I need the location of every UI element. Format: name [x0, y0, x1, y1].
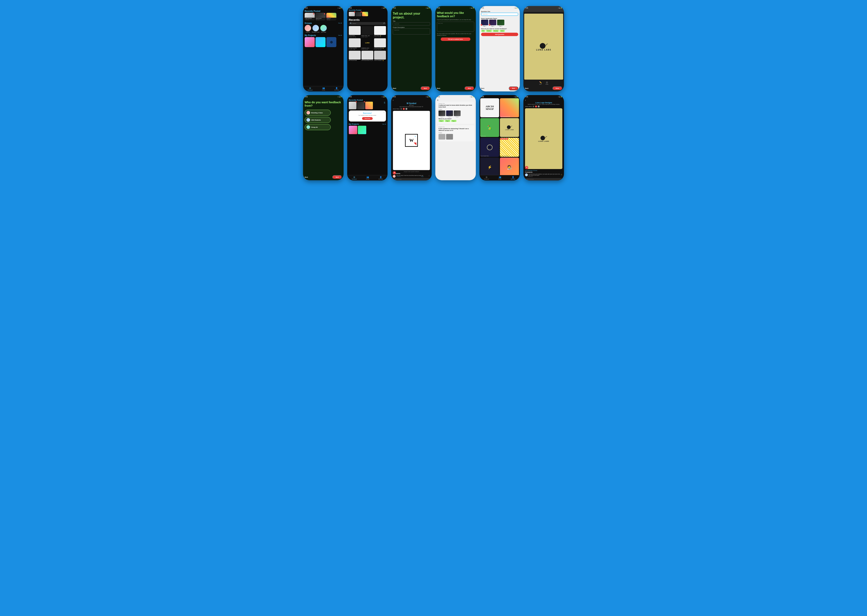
- portfolio-overprint[interactable]: Type Overprinting Exercise: [500, 98, 519, 117]
- portfolio-sticker[interactable]: ⚡: [480, 158, 499, 175]
- file-process[interactable]: 245 Process Book 🔒 11/10/23 • 444.3 MB: [374, 38, 386, 50]
- custom-form-button[interactable]: Fill out a custom form.: [441, 38, 471, 41]
- see-all-groups[interactable]: See all: [338, 22, 342, 24]
- nav-dashboard[interactable]: ⊞ Dashboard: [308, 87, 312, 91]
- group-option-branding[interactable]: Branding 2 Class: [305, 110, 331, 116]
- search-bar[interactable]: 🔍 Search 🎤: [349, 22, 386, 25]
- chip-poll[interactable]: Poll: [481, 30, 485, 32]
- project-thumb-1[interactable]: [349, 126, 357, 134]
- back-button[interactable]: Back: [525, 88, 528, 89]
- reply-button[interactable]: Reply: [421, 176, 423, 177]
- page-thumb-3[interactable]: Page 3: [497, 20, 504, 27]
- group-item-4a[interactable]: Group 4A: [305, 25, 311, 33]
- file-hawkins[interactable]: Kathryn Haw...port 12/8/23 • 340 KB: [361, 26, 373, 38]
- back-chevron-icon[interactable]: ‹: [393, 99, 393, 101]
- close-button[interactable]: ✕: [437, 99, 474, 101]
- mini-thumb-2[interactable]: 2: [357, 102, 365, 109]
- chip-drawing[interactable]: Drawing: [493, 30, 499, 32]
- project-thumb-2[interactable]: [315, 37, 326, 47]
- back-button[interactable]: Back: [437, 88, 440, 89]
- nav-groups[interactable]: 👥 Groups: [322, 87, 325, 91]
- project-thumb-1[interactable]: [305, 37, 315, 47]
- see-all-link[interactable]: See all: [382, 124, 386, 125]
- back-button[interactable]: Back: [305, 176, 308, 178]
- version-2[interactable]: 2: [403, 108, 405, 110]
- nav-profile[interactable]: 👤 My Profile: [334, 87, 339, 91]
- card-logo[interactable]: Logo Redesign Leo Browne 1: [305, 13, 315, 20]
- card-poster[interactable]: Poster S Alex Gray: [326, 13, 336, 20]
- next-button[interactable]: Next: [465, 86, 474, 90]
- page-chip-3[interactable]: Page 3: [451, 120, 457, 122]
- portfolio-construction[interactable]: CONSTRUCTION Photography Slideshow: [500, 138, 519, 157]
- design2-1[interactable]: [438, 134, 445, 140]
- design-page-2[interactable]: Page 2: [446, 110, 453, 118]
- feedback-input[interactable]: Input text: [437, 22, 474, 32]
- group-option-4a[interactable]: Group 4A: [305, 124, 331, 130]
- version-1[interactable]: 1: [533, 105, 534, 107]
- file-cover[interactable]: Cover Concepts 3 🔒: [374, 51, 386, 61]
- group-option-students[interactable]: 2024 Students: [305, 117, 331, 123]
- nav-profile[interactable]: 👤 My Profile: [511, 176, 515, 180]
- question-input[interactable]: Input text: [481, 13, 519, 16]
- file-ux[interactable]: UX Site Final PDF 11/17/23 • 1.9 MB: [349, 38, 361, 50]
- nav-groups[interactable]: 👥 Groups: [498, 176, 501, 180]
- portfolio-person[interactable]: 🧑‍🎨: [500, 158, 519, 175]
- description-input[interactable]: Input text: [393, 28, 430, 35]
- version-3[interactable]: 3: [538, 105, 540, 107]
- file-process3[interactable]: 243 Process Book V2_26: [361, 51, 373, 61]
- version-3[interactable]: 3: [405, 108, 407, 110]
- page-chip-1[interactable]: Page 1: [438, 120, 444, 122]
- view-post-button[interactable]: View Post: [362, 117, 372, 120]
- file-book[interactable]: Book Report 🔒 11/25/23 • 115 KB: [374, 26, 386, 38]
- canvas-area[interactable]: ⬤◜ LUNA LABS: [524, 14, 563, 80]
- add-question-button[interactable]: Add Question: [481, 33, 519, 36]
- flag-button[interactable]: ⚑: [393, 171, 396, 174]
- draw-tool[interactable]: ✏️ Draw: [539, 81, 542, 85]
- nav-groups[interactable]: 👥 Groups: [366, 176, 369, 180]
- flag-button[interactable]: ⚑: [525, 166, 528, 169]
- nav-dashboard[interactable]: ⊞ Dashboard: [484, 176, 489, 180]
- back-icon[interactable]: ‹: [525, 99, 526, 101]
- view-responses-link[interactable]: View Responses To Survey: [525, 170, 562, 171]
- chip-textbox[interactable]: Textbox: [486, 30, 492, 32]
- portfolio-bird[interactable]: 🦜 Bird Illustration: [480, 118, 499, 137]
- page-thumb-1[interactable]: ✓ Page 1: [481, 20, 488, 27]
- next-button[interactable]: Next: [509, 86, 518, 90]
- design-page-1[interactable]: Page 1: [438, 110, 445, 118]
- page-thumb-2[interactable]: ✓ Page 2: [489, 20, 496, 27]
- done-button[interactable]: Done: [553, 86, 563, 90]
- version-1[interactable]: 1: [400, 108, 402, 110]
- mini-thumb-1[interactable]: 1: [349, 102, 356, 109]
- portfolio-learn[interactable]: 👁 "Learn Visually" Sticker: [480, 138, 499, 157]
- erase-tool[interactable]: ◻ Erase: [546, 81, 548, 85]
- back-button[interactable]: Back: [481, 88, 484, 89]
- close-button[interactable]: ✕: [383, 111, 385, 113]
- group-item-students[interactable]: 2024 Stude: [320, 25, 327, 33]
- heart-icon[interactable]: ♡: [428, 175, 430, 178]
- design2-2[interactable]: [446, 134, 453, 140]
- back-button[interactable]: Back: [393, 88, 396, 89]
- mini-thumb-3[interactable]: [365, 102, 373, 109]
- star-icon[interactable]: ☆: [561, 173, 562, 177]
- design-page-3[interactable]: Page 3: [454, 110, 460, 118]
- project-thumb-upload[interactable]: ⊕: [326, 37, 336, 47]
- file-logo-dark[interactable]: LUKE HAWKINS LOGO 11/13/23 • 935 KB: [361, 38, 373, 50]
- nav-dashboard[interactable]: ⊞ Dashboard: [352, 176, 357, 180]
- mini-card-3[interactable]: [362, 12, 368, 16]
- portfolio-typeface[interactable]: ABCDIMNOP Typeface Test: [480, 98, 499, 117]
- add-comment-input[interactable]: Add a comment: [525, 178, 562, 181]
- next-button[interactable]: Next: [333, 175, 342, 179]
- mini-card-2[interactable]: [355, 12, 361, 16]
- title-input[interactable]: Input text: [393, 22, 430, 25]
- chip-select[interactable]: Select: [500, 30, 505, 32]
- version-2[interactable]: 2: [535, 105, 537, 107]
- next-button[interactable]: Next: [421, 86, 430, 90]
- portfolio-luna[interactable]: ⬤◜ LUNA LABS Luna Logo Designs: [500, 118, 519, 137]
- add-comment-input[interactable]: Add a comment: [393, 178, 430, 181]
- page-chip-2[interactable]: Page 2: [445, 120, 450, 122]
- mini-card-1[interactable]: [349, 12, 355, 16]
- see-all-projects[interactable]: See all: [338, 35, 342, 36]
- card-web[interactable]: Web Symbol Mia Green 2: [315, 13, 326, 20]
- file-lecture[interactable]: Lecture Notes 12/11/23 • 767.7 MB: [349, 26, 361, 38]
- file-process2[interactable]: 243 Process Book: [349, 51, 361, 61]
